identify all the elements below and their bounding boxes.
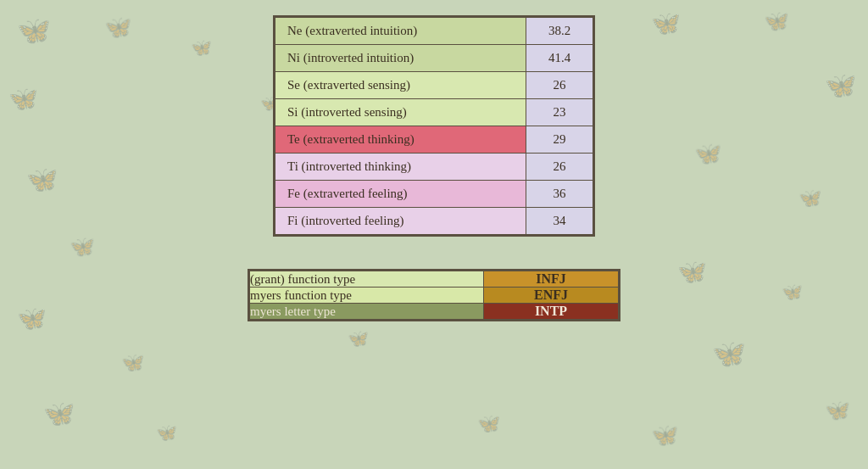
type-label-letter: myers letter type: [249, 304, 484, 321]
scores-row: Te (extraverted thinking)29: [275, 126, 594, 154]
scores-label-si: Si (introverted sensing): [275, 99, 526, 126]
type-label-myers: myers function type: [249, 288, 484, 304]
scores-value-ti: 26: [526, 154, 594, 181]
type-value-letter: INTP: [484, 304, 620, 321]
scores-table: Ne (extraverted intuition)38.2Ni (introv…: [273, 15, 595, 237]
scores-label-ti: Ti (introverted thinking): [275, 154, 526, 181]
scores-row: Ne (extraverted intuition)38.2: [275, 17, 594, 45]
scores-label-te: Te (extraverted thinking): [275, 126, 526, 154]
type-row-grant: (grant) function typeINFJ: [249, 271, 620, 288]
scores-value-fe: 36: [526, 181, 594, 208]
main-content: Ne (extraverted intuition)38.2Ni (introv…: [0, 0, 868, 469]
scores-row: Ti (introverted thinking)26: [275, 154, 594, 181]
scores-label-se: Se (extraverted sensing): [275, 72, 526, 99]
scores-value-se: 26: [526, 72, 594, 99]
scores-label-ni: Ni (introverted intuition): [275, 45, 526, 72]
scores-row: Si (introverted sensing)23: [275, 99, 594, 126]
type-value-myers: ENFJ: [484, 288, 620, 304]
scores-value-ne: 38.2: [526, 17, 594, 45]
scores-label-fi: Fi (introverted feeling): [275, 208, 526, 236]
scores-row: Se (extraverted sensing)26: [275, 72, 594, 99]
type-row-letter: myers letter typeINTP: [249, 304, 620, 321]
scores-row: Ni (introverted intuition)41.4: [275, 45, 594, 72]
type-value-grant: INFJ: [484, 271, 620, 288]
scores-value-si: 23: [526, 99, 594, 126]
scores-value-te: 29: [526, 126, 594, 154]
type-row-myers: myers function typeENFJ: [249, 288, 620, 304]
scores-row: Fi (introverted feeling)34: [275, 208, 594, 236]
scores-value-ni: 41.4: [526, 45, 594, 72]
scores-row: Fe (extraverted feeling)36: [275, 181, 594, 208]
scores-label-ne: Ne (extraverted intuition): [275, 17, 526, 45]
type-label-grant: (grant) function type: [249, 271, 484, 288]
scores-label-fe: Fe (extraverted feeling): [275, 181, 526, 208]
type-table: (grant) function typeINFJmyers function …: [248, 269, 620, 321]
scores-value-fi: 34: [526, 208, 594, 236]
